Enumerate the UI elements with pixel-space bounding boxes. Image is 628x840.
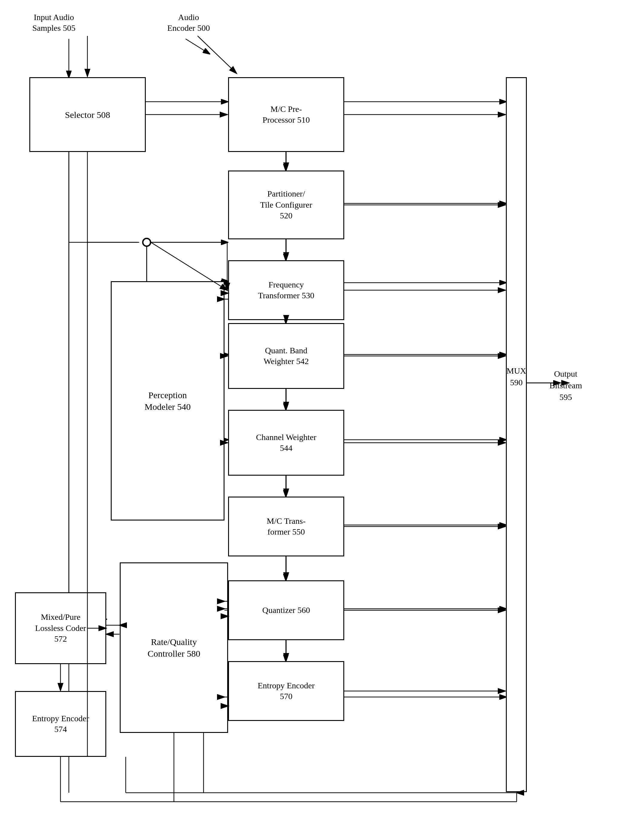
quant-band-weighter-box: Quant. BandWeighter 542 <box>228 323 344 389</box>
output-bitstream-label: OutputBitstream595 <box>536 368 596 403</box>
mux-label: MUX590 <box>505 365 527 388</box>
diagram: Input AudioSamples 505 AudioEncoder 500 … <box>0 0 628 840</box>
rate-quality-box: Rate/QualityController 580 <box>120 562 228 733</box>
entropy-encoder-570-box: Entropy Encoder570 <box>228 661 344 721</box>
mc-preprocessor-box: M/C Pre-Processor 510 <box>228 77 344 152</box>
freq-transformer-box: FrequencyTransformer 530 <box>228 260 344 320</box>
selector-box: Selector 508 <box>29 77 146 152</box>
mixed-lossless-box: Mixed/PureLossless Coder572 <box>15 592 106 664</box>
channel-weighter-box: Channel Weighter544 <box>228 410 344 476</box>
input-audio-label: Input AudioSamples 505 <box>24 12 84 34</box>
perception-modeler-box: PerceptionModeler 540 <box>111 281 225 521</box>
mc-transformer-box: M/C Trans-former 550 <box>228 497 344 556</box>
partitioner-box: Partitioner/Tile Configurer520 <box>228 171 344 239</box>
entropy-encoder-574-box: Entropy Encoder574 <box>15 691 106 757</box>
mux-box <box>506 77 527 792</box>
svg-point-9 <box>143 239 150 246</box>
quantizer-box: Quantizer 560 <box>228 580 344 640</box>
audio-encoder-label: AudioEncoder 500 <box>159 12 218 34</box>
svg-line-5 <box>185 39 210 54</box>
